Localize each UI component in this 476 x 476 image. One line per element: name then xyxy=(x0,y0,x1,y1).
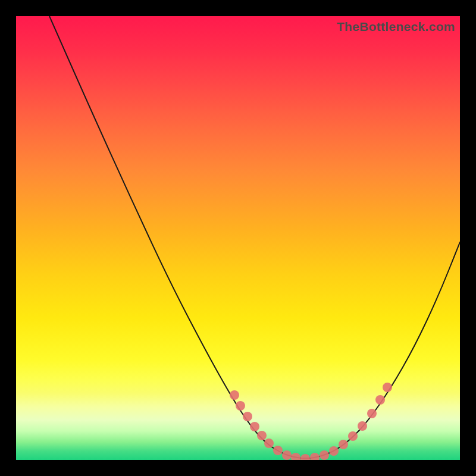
watermark-text: TheBottleneck.com xyxy=(337,20,455,34)
data-marker xyxy=(250,422,259,431)
data-marker xyxy=(320,450,329,460)
data-marker xyxy=(300,454,310,460)
chart-frame: TheBottleneck.com xyxy=(0,0,476,476)
data-marker xyxy=(264,439,274,448)
data-marker xyxy=(236,401,245,411)
data-marker xyxy=(291,453,300,460)
data-marker xyxy=(230,390,239,400)
data-marker xyxy=(383,383,392,392)
data-marker xyxy=(273,446,283,455)
bottleneck-curve xyxy=(49,16,460,458)
plot-area: TheBottleneck.com xyxy=(16,16,460,460)
data-marker xyxy=(339,440,348,449)
curve-svg xyxy=(16,16,460,460)
data-marker xyxy=(310,453,320,460)
data-marker xyxy=(329,446,339,456)
data-marker xyxy=(243,412,252,421)
data-marker xyxy=(282,450,292,460)
data-marker xyxy=(375,395,385,405)
data-marker xyxy=(348,431,358,441)
data-marker xyxy=(367,409,377,418)
data-marker xyxy=(257,431,267,440)
data-marker xyxy=(358,421,367,431)
